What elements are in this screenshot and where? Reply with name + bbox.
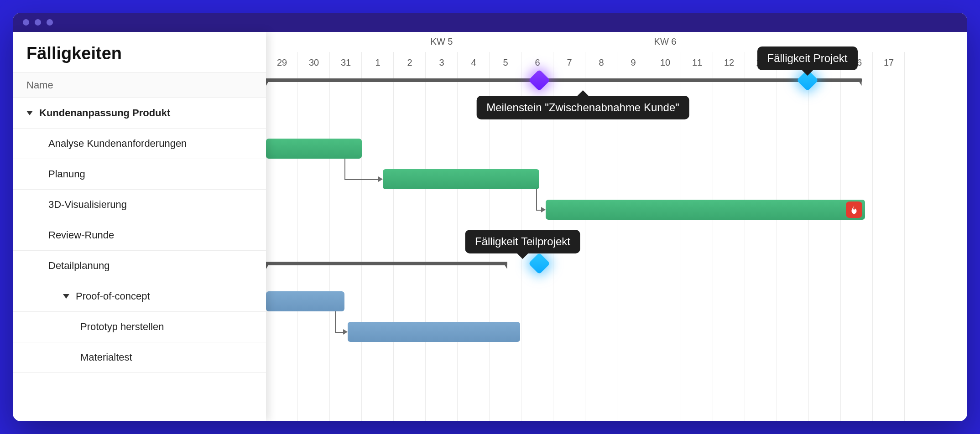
task-tree: Kundenanpassung ProduktAnalyse Kundenanf…	[13, 98, 266, 421]
page-title: Fälligkeiten	[13, 32, 266, 72]
tree-row-review[interactable]: Review-Runde	[13, 220, 266, 251]
tree-row-planung[interactable]: Planung	[13, 159, 266, 190]
day-label: 3	[426, 52, 458, 73]
tree-row-detail[interactable]: Detailplanung	[13, 251, 266, 281]
gantt-row-review	[266, 195, 967, 226]
task-bar-3d[interactable]	[383, 169, 539, 189]
task-bar-planung[interactable]	[266, 139, 362, 159]
day-label: 17	[873, 52, 905, 73]
day-label: 7	[553, 52, 585, 73]
sidebar: Fälligkeiten Name Kundenanpassung Produk…	[13, 32, 266, 421]
traffic-max-icon[interactable]	[47, 19, 53, 26]
day-label: 6	[521, 52, 553, 73]
day-label: 30	[298, 52, 330, 73]
milestone-tooltip: Fälligkeit Teilprojekt	[465, 230, 580, 253]
caret-down-icon[interactable]	[26, 111, 33, 115]
dependency-line	[536, 189, 537, 210]
summary-bar[interactable]	[266, 78, 862, 82]
gantt-row-planung	[266, 134, 967, 165]
tree-row-label: Proof-of-concept	[76, 290, 150, 302]
day-label: 31	[330, 52, 362, 73]
dependency-arrow-icon	[378, 176, 383, 182]
timeline-header: KW 5KW 62930311234567891011121314151617	[266, 32, 967, 73]
dependency-line	[344, 159, 345, 179]
gantt-rows: Meilenstein "Zwischenabnahme Kunde"Fälli…	[266, 73, 967, 421]
day-label: 9	[617, 52, 649, 73]
task-bar-mat[interactable]	[348, 322, 520, 342]
gantt-row-detail	[266, 226, 967, 256]
tree-row-analyse[interactable]: Analyse Kundenanforderungen	[13, 129, 266, 159]
tree-row-root[interactable]: Kundenanpassung Produkt	[13, 98, 266, 129]
tree-row-label: Planung	[48, 168, 85, 180]
dependency-arrow-icon	[541, 207, 546, 212]
titlebar	[13, 13, 967, 32]
tree-row-proto[interactable]: Prototyp herstellen	[13, 312, 266, 342]
caret-down-icon[interactable]	[63, 294, 69, 299]
day-label: 8	[585, 52, 617, 73]
task-bar-proto[interactable]	[266, 291, 344, 311]
dependency-line	[335, 332, 344, 333]
gantt-row-proto	[266, 287, 967, 317]
app-window: Fälligkeiten Name Kundenanpassung Produk…	[13, 13, 967, 421]
tree-row-label: Review-Runde	[48, 229, 114, 241]
dependency-line	[335, 311, 336, 332]
tree-row-3d[interactable]: 3D-Visualisierung	[13, 190, 266, 220]
milestone-tooltip: Meilenstein "Zwischenabnahme Kunde"	[476, 96, 689, 119]
tree-row-poc[interactable]: Proof-of-concept	[13, 281, 266, 312]
tree-row-mat[interactable]: Materialtest	[13, 342, 266, 373]
tree-row-label: Detailplanung	[48, 260, 110, 272]
milestone-tooltip: Fälligkeit Projekt	[757, 46, 857, 70]
tree-row-label: Kundenanpassung Produkt	[39, 107, 170, 119]
day-label: 2	[394, 52, 426, 73]
fire-icon	[846, 202, 862, 218]
column-header-name: Name	[13, 72, 266, 98]
traffic-min-icon[interactable]	[35, 19, 41, 26]
week-label: KW 5	[431, 36, 453, 47]
tree-row-label: 3D-Visualisierung	[48, 199, 127, 211]
task-bar-review[interactable]	[546, 200, 865, 220]
dependency-line	[344, 179, 379, 180]
day-label: 29	[266, 52, 298, 73]
tree-row-label: Prototyp herstellen	[80, 321, 164, 333]
summary-bar[interactable]	[266, 262, 507, 265]
tree-row-label: Materialtest	[80, 351, 132, 363]
traffic-close-icon[interactable]	[23, 19, 29, 26]
gantt-row-mat	[266, 317, 967, 348]
day-label: 4	[458, 52, 490, 73]
day-label: 11	[681, 52, 713, 73]
gantt-row-poc	[266, 256, 967, 287]
gantt-chart[interactable]: KW 5KW 62930311234567891011121314151617M…	[266, 32, 967, 421]
day-label: 10	[649, 52, 681, 73]
week-label: KW 6	[654, 36, 677, 47]
day-label: 12	[713, 52, 745, 73]
day-label: 1	[362, 52, 394, 73]
day-label: 5	[490, 52, 521, 73]
dependency-arrow-icon	[343, 329, 348, 335]
tree-row-label: Analyse Kundenanforderungen	[48, 138, 187, 150]
